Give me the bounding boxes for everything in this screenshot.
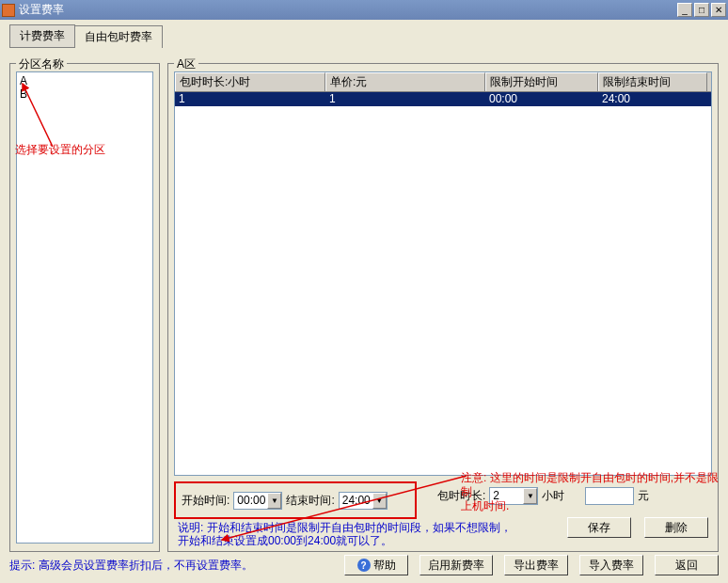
zone-group: 分区名称 A B [9, 63, 160, 552]
annotation-right: 注意: 这里的时间是限制开自由包时的时间,并不是限制 上机时间. [461, 471, 728, 513]
import-rate-button[interactable]: 导入费率 [579, 555, 643, 575]
start-time-combo[interactable]: 00:00 ▼ [233, 492, 282, 510]
app-icon [2, 4, 15, 17]
col-price[interactable]: 单价:元 [325, 72, 485, 91]
close-button[interactable]: ✕ [711, 3, 726, 17]
annotation-left: 选择要设置的分区 [15, 142, 105, 158]
chevron-down-icon: ▼ [372, 493, 387, 509]
rate-caption: A区 [174, 56, 198, 72]
start-time-label: 开始时间: [182, 493, 229, 509]
cell-price: 1 [325, 92, 485, 106]
tab-strip: 计费费率 自由包时费率 [9, 29, 719, 48]
time-limit-box: 开始时间: 00:00 ▼ 结束时间: 24:00 ▼ [174, 481, 417, 519]
zone-item-b[interactable]: B [20, 87, 150, 101]
window-title: 设置费率 [19, 2, 64, 18]
col-end[interactable]: 限制结束时间 [598, 72, 707, 91]
minimize-button[interactable]: _ [677, 3, 692, 17]
tip-text: 提示: 高级会员设置费率折扣后，不再设置费率。 [9, 558, 253, 574]
start-time-value: 00:00 [237, 494, 265, 507]
help-button[interactable]: ?帮助 [344, 555, 408, 575]
table-header: 包时时长:小时 单价:元 限制开始时间 限制结束时间 [175, 72, 711, 92]
maximize-button[interactable]: □ [694, 3, 709, 17]
help-icon: ? [357, 559, 371, 572]
zone-item-a[interactable]: A [20, 74, 150, 87]
export-rate-button[interactable]: 导出费率 [504, 555, 568, 575]
end-time-value: 24:00 [342, 494, 371, 507]
col-start[interactable]: 限制开始时间 [485, 72, 598, 91]
back-button[interactable]: 返回 [655, 555, 719, 575]
tab-billing-rate[interactable]: 计费费率 [9, 24, 75, 48]
end-time-combo[interactable]: 24:00 ▼ [339, 492, 388, 510]
col-hours[interactable]: 包时时长:小时 [175, 72, 325, 91]
cell-hours: 1 [175, 92, 325, 106]
end-time-label: 结束时间: [286, 493, 334, 509]
zone-caption: 分区名称 [16, 56, 67, 72]
tab-free-package-rate[interactable]: 自由包时费率 [74, 25, 163, 48]
rate-table: 包时时长:小时 单价:元 限制开始时间 限制结束时间 1 1 00:00 24:… [174, 71, 712, 476]
chevron-down-icon: ▼ [267, 493, 281, 509]
delete-button[interactable]: 删除 [644, 517, 708, 538]
save-button[interactable]: 保存 [567, 517, 631, 538]
bottom-bar: 提示: 高级会员设置费率折扣后，不再设置费率。 ?帮助 启用新费率 导出费率 导… [9, 553, 719, 577]
cell-start: 00:00 [485, 92, 598, 106]
cell-end: 24:00 [598, 92, 707, 106]
enable-rate-button[interactable]: 启用新费率 [419, 555, 493, 575]
title-bar: 设置费率 _ □ ✕ [0, 0, 728, 20]
table-row[interactable]: 1 1 00:00 24:00 [175, 92, 711, 106]
